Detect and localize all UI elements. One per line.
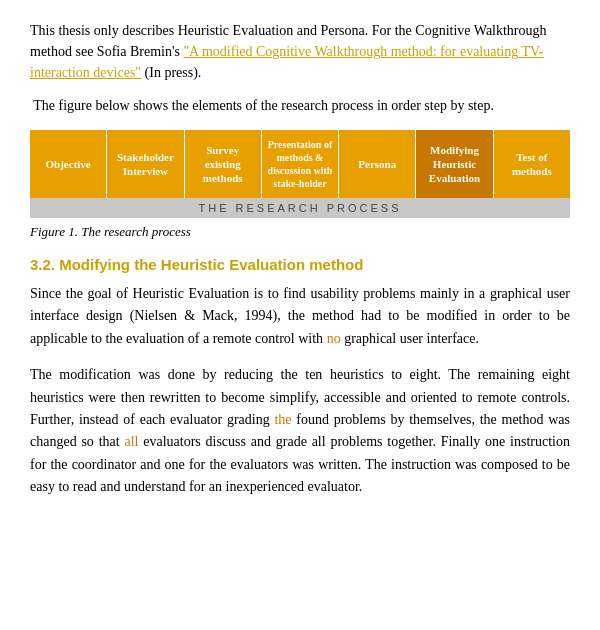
intro-text: This thesis only describes Heuristic Eva… bbox=[30, 20, 570, 83]
highlight-all: all bbox=[124, 434, 138, 449]
rp-box-test: Test of methods bbox=[494, 130, 570, 198]
highlight-no: no bbox=[327, 331, 341, 346]
intro-line4: The figure below shows the elements of t… bbox=[30, 95, 570, 116]
paragraph2: The modification was done by reducing th… bbox=[30, 364, 570, 498]
rp-box-stakeholder: Stakeholder Interview bbox=[107, 130, 184, 198]
rp-box-objective: Objective bbox=[30, 130, 107, 198]
rp-label: THE RESEARCH PROCESS bbox=[30, 198, 570, 218]
section-heading: 3.2. Modifying the Heuristic Evaluation … bbox=[30, 256, 570, 273]
highlight-the: the bbox=[274, 412, 291, 427]
rp-box-persona: Persona bbox=[339, 130, 416, 198]
intro-link: "A modified Cognitive Walkthrough method… bbox=[30, 44, 544, 80]
paragraph1: Since the goal of Heuristic Evaluation i… bbox=[30, 283, 570, 350]
rp-boxes: Objective Stakeholder Interview Survey e… bbox=[30, 130, 570, 198]
rp-box-presentation: Presentation of methods & discussion wit… bbox=[262, 130, 339, 198]
rp-box-survey: Survey existing methods bbox=[185, 130, 262, 198]
intro-line1: This thesis only describes Heuristic Eva… bbox=[30, 23, 547, 80]
figure-caption: Figure 1. The research process bbox=[30, 224, 570, 240]
rp-box-modifying: Modifying Heuristic Evaluation bbox=[416, 130, 493, 198]
research-process-diagram: Objective Stakeholder Interview Survey e… bbox=[30, 130, 570, 218]
